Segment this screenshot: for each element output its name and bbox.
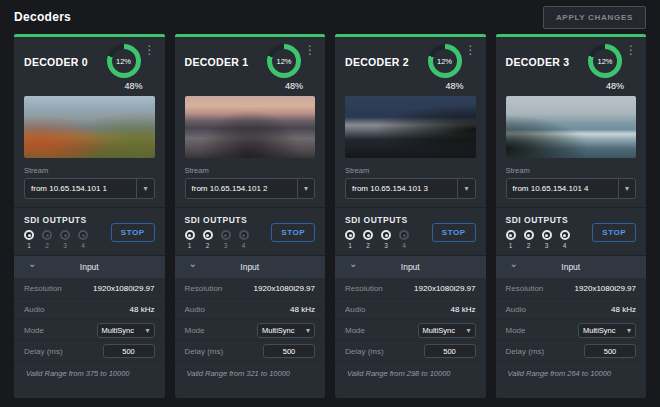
- input-section-label: Input: [240, 262, 259, 272]
- stop-button[interactable]: STOP: [432, 223, 476, 242]
- stream-select-value: from 10.65.154.101 4: [507, 179, 618, 198]
- sdi-output-radio-icon: [24, 230, 34, 240]
- valid-range-note: Valid Range from 375 to 10000: [14, 362, 165, 385]
- input-section-toggle[interactable]: ⌄ Input: [14, 256, 165, 278]
- input-section-label: Input: [80, 262, 99, 272]
- app-header: Decoders APPLY CHANGES: [0, 0, 660, 34]
- sdi-output-toggle-4[interactable]: 4: [399, 230, 409, 249]
- sdi-output-number: 4: [402, 242, 406, 249]
- delay-input[interactable]: [424, 344, 476, 358]
- sdi-output-toggle-4[interactable]: 4: [78, 230, 88, 249]
- sdi-outputs-section: SDI OUTPUTS 1 2 3: [335, 208, 486, 255]
- chevron-open-icon: ⌄: [510, 259, 518, 269]
- gauge-percent-label: 12%: [597, 57, 612, 66]
- preview-thumbnail: [506, 96, 637, 158]
- stream-select-value: from 10.65.154.101 1: [25, 179, 136, 198]
- mode-select[interactable]: MultiSync ▾: [578, 323, 636, 338]
- sdi-output-radio-icon: [185, 230, 195, 240]
- field-label: Resolution: [345, 284, 383, 293]
- sdi-output-radio-icon: [221, 230, 231, 240]
- sdi-output-radio-icon: [542, 230, 552, 240]
- field-label: Resolution: [506, 284, 544, 293]
- mode-select[interactable]: MultiSync ▾: [418, 323, 476, 338]
- sdi-output-toggle-1[interactable]: 1: [345, 230, 355, 249]
- sdi-output-toggle-1[interactable]: 1: [24, 230, 34, 249]
- mode-select[interactable]: MultiSync ▾: [97, 323, 155, 338]
- gauge-percent-label: 12%: [437, 57, 452, 66]
- stream-select[interactable]: from 10.65.154.101 4 ▾: [506, 178, 637, 199]
- mode-select-value: MultiSync: [98, 324, 146, 337]
- field-label: Audio: [506, 305, 526, 314]
- gauge-block: 12% ⋮: [428, 44, 480, 78]
- sdi-output-toggle-4[interactable]: 4: [560, 230, 570, 249]
- usage-percent-label: 48%: [496, 78, 647, 91]
- sdi-output-toggle-3[interactable]: 3: [221, 230, 231, 249]
- field-value: 1920x1080i29.97: [93, 284, 154, 293]
- sdi-output-radio-icon: [345, 230, 355, 240]
- delay-input[interactable]: [263, 344, 315, 358]
- sdi-output-number: 4: [242, 242, 246, 249]
- delay-input[interactable]: [584, 344, 636, 358]
- sdi-output-number: 1: [188, 242, 192, 249]
- sdi-output-toggles: 1 2 3 4: [345, 230, 409, 249]
- sdi-output-toggle-1[interactable]: 1: [506, 230, 516, 249]
- field-value: 48 kHz: [130, 305, 155, 314]
- sdi-output-toggle-2[interactable]: 2: [42, 230, 52, 249]
- stream-select[interactable]: from 10.65.154.101 2 ▾: [185, 178, 316, 199]
- sdi-output-toggle-3[interactable]: 3: [381, 230, 391, 249]
- sdi-outputs-label: SDI OUTPUTS: [24, 215, 88, 225]
- apply-changes-button[interactable]: APPLY CHANGES: [543, 6, 646, 29]
- sdi-output-toggle-2[interactable]: 2: [363, 230, 373, 249]
- sdi-output-radio-icon: [78, 230, 88, 240]
- card-menu-button[interactable]: ⋮: [462, 44, 480, 56]
- stop-button[interactable]: STOP: [111, 223, 155, 242]
- stop-button[interactable]: STOP: [271, 223, 315, 242]
- sdi-output-toggles: 1 2 3 4: [24, 230, 88, 249]
- field-label: Delay (ms): [506, 347, 545, 356]
- sdi-output-toggle-2[interactable]: 2: [524, 230, 534, 249]
- card-menu-button[interactable]: ⋮: [301, 44, 319, 56]
- sdi-output-toggle-3[interactable]: 3: [60, 230, 70, 249]
- card-menu-button[interactable]: ⋮: [141, 44, 159, 56]
- field-label: Mode: [185, 326, 205, 335]
- sdi-output-toggle-2[interactable]: 2: [203, 230, 213, 249]
- usage-gauge: 12%: [428, 44, 462, 78]
- stream-label: Stream: [185, 166, 316, 175]
- field-label: Delay (ms): [345, 347, 384, 356]
- mode-row: Mode MultiSync ▾: [496, 320, 647, 341]
- sdi-outputs-left: SDI OUTPUTS 1 2 3: [24, 215, 88, 249]
- gauge-block: 12% ⋮: [588, 44, 640, 78]
- sdi-output-toggle-3[interactable]: 3: [542, 230, 552, 249]
- sdi-output-radio-icon: [42, 230, 52, 240]
- mode-select-value: MultiSync: [579, 324, 627, 337]
- sdi-output-radio-icon: [560, 230, 570, 240]
- chevron-open-icon: ⌄: [349, 259, 357, 269]
- sdi-output-number: 2: [206, 242, 210, 249]
- decoder-card-header: DECODER 3 12% ⋮: [496, 37, 647, 78]
- sdi-output-toggles: 1 2 3 4: [506, 230, 570, 249]
- sdi-output-radio-icon: [506, 230, 516, 240]
- stream-select[interactable]: from 10.65.154.101 1 ▾: [24, 178, 155, 199]
- delay-input[interactable]: [103, 344, 155, 358]
- stop-button[interactable]: STOP: [592, 223, 636, 242]
- input-section-label: Input: [401, 262, 420, 272]
- chevron-down-icon: ▾: [457, 179, 474, 198]
- stream-select-value: from 10.65.154.101 3: [346, 179, 457, 198]
- chevron-down-icon: ▾: [627, 324, 635, 337]
- sdi-output-toggle-4[interactable]: 4: [239, 230, 249, 249]
- sdi-outputs-left: SDI OUTPUTS 1 2 3: [185, 215, 249, 249]
- stream-select[interactable]: from 10.65.154.101 3 ▾: [345, 178, 476, 199]
- page-title: Decoders: [14, 10, 71, 24]
- input-section-toggle[interactable]: ⌄ Input: [175, 256, 326, 278]
- audio-row: Audio 48 kHz: [496, 299, 647, 320]
- input-section-toggle[interactable]: ⌄ Input: [335, 256, 486, 278]
- mode-select[interactable]: MultiSync ▾: [257, 323, 315, 338]
- field-label: Audio: [185, 305, 205, 314]
- input-section-toggle[interactable]: ⌄ Input: [496, 256, 647, 278]
- resolution-row: Resolution 1920x1080i29.97: [335, 278, 486, 299]
- sdi-output-radio-icon: [399, 230, 409, 240]
- card-menu-button[interactable]: ⋮: [622, 44, 640, 56]
- gauge-block: 12% ⋮: [107, 44, 159, 78]
- decoder-card: DECODER 2 12% ⋮ 48% Stream from 10.65.15…: [335, 34, 486, 398]
- sdi-output-toggle-1[interactable]: 1: [185, 230, 195, 249]
